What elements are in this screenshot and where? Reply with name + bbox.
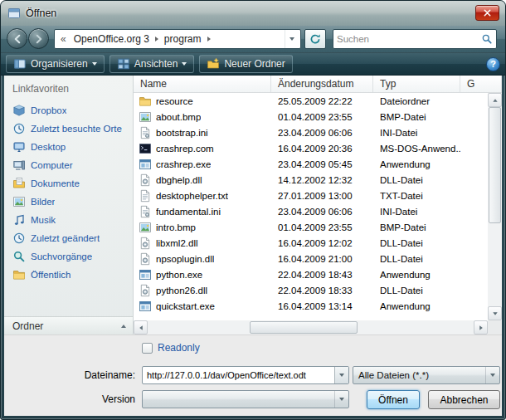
chevron-down-icon [92, 62, 97, 66]
horizontal-scroll-thumb[interactable] [250, 321, 358, 334]
sidebar-item-desktop[interactable]: Desktop [4, 138, 133, 156]
file-name: fundamental.ini [156, 207, 221, 217]
new-folder-label: Neuer Ordner [224, 58, 285, 70]
app-icon [139, 300, 152, 313]
sidebar-item-öffentlich[interactable]: Öffentlich [4, 266, 133, 284]
chevron-down-icon [490, 374, 495, 377]
scroll-right-button[interactable] [474, 320, 488, 335]
sidebar-item-musik[interactable]: Musik [4, 211, 133, 229]
column-header-type[interactable]: Typ [373, 76, 460, 92]
open-button[interactable]: Öffnen [367, 390, 420, 409]
folders-expander[interactable]: Ordner [4, 316, 133, 335]
sidebar-item-dropbox[interactable]: Dropbox [4, 101, 133, 120]
file-row[interactable]: python.exe22.04.2009 18:43Anwendung [134, 266, 488, 282]
chevron-up-icon [121, 325, 126, 328]
file-row[interactable]: libxml2.dll16.04.2009 12:02DLL-Datei [134, 235, 488, 251]
vertical-scroll-thumb[interactable] [489, 107, 501, 223]
views-label: Ansichten [134, 58, 178, 70]
filetype-dropdown-button[interactable] [485, 367, 499, 383]
file-type: DLL-Datei [373, 286, 460, 295]
organize-button[interactable]: Organisieren [6, 55, 105, 73]
filetype-select[interactable]: Alle Dateien (*.*) [353, 366, 500, 384]
sidebar-item-label: Musik [31, 215, 56, 225]
computer-icon [12, 159, 26, 172]
sidebar: Linkfavoriten DropboxZuletzt besuchte Or… [4, 76, 134, 335]
sidebar-item-bilder[interactable]: Bilder [4, 193, 133, 211]
column-header-label: Name [140, 78, 167, 90]
forward-button[interactable] [28, 28, 49, 49]
dialog-footer: Readonly Dateiname: Alle Dateien (*.*) V… [4, 335, 502, 416]
sidebar-item-suchvorgänge[interactable]: Suchvorgänge [4, 247, 133, 266]
navigation-bar: « OpenOffice.org 3 program [1, 26, 505, 52]
sidebar-item-label: Suchvorgänge [31, 252, 92, 261]
readonly-label[interactable]: Readonly [158, 342, 200, 354]
file-date: 01.04.2009 23:55 [271, 112, 373, 122]
views-button[interactable]: Ansichten [109, 55, 195, 73]
file-row[interactable]: npsoplugin.dll16.04.2009 21:00DLL-Datei [134, 251, 488, 266]
breadcrumb-bar[interactable]: « OpenOffice.org 3 program [54, 29, 301, 49]
version-dropdown-button[interactable] [334, 391, 348, 408]
file-date: 16.04.2009 20:36 [271, 144, 373, 154]
breadcrumb-overflow-chevron[interactable]: « [57, 33, 70, 45]
file-row[interactable]: crashrep.com16.04.2009 20:36MS-DOS-Anwen… [134, 140, 488, 156]
breadcrumb-separator-icon[interactable] [207, 37, 211, 42]
file-row[interactable]: resource25.05.2009 22:22Dateiordner [134, 93, 488, 109]
new-folder-button[interactable]: Neuer Ordner [199, 55, 292, 73]
sidebar-item-zuletzt-geändert[interactable]: Zuletzt geändert [4, 229, 133, 247]
close-button[interactable] [475, 5, 499, 21]
file-row[interactable]: about.bmp01.04.2009 23:55BMP-Datei [134, 109, 488, 125]
file-date: 01.04.2009 23:55 [271, 222, 373, 232]
sidebar-item-dokumente[interactable]: Dokumente [4, 174, 133, 193]
app-icon [139, 268, 152, 281]
file-type: Anwendung [373, 270, 460, 280]
version-select[interactable] [142, 390, 349, 408]
pictures-icon [12, 195, 26, 208]
search-icon[interactable] [481, 33, 493, 45]
column-header-name[interactable]: Name [134, 76, 271, 92]
file-row[interactable]: crashrep.exe23.04.2009 05:45Anwendung [134, 156, 488, 172]
arrow-right-icon [479, 325, 483, 330]
file-date: 14.12.2002 12:32 [271, 175, 373, 185]
breadcrumb-separator-icon[interactable] [155, 37, 158, 42]
scroll-left-button[interactable] [134, 320, 148, 335]
file-row[interactable]: dbghelp.dll14.12.2002 12:32DLL-Datei [134, 172, 488, 188]
search-input[interactable] [337, 34, 481, 44]
back-button[interactable] [7, 28, 27, 49]
scroll-down-button[interactable] [488, 306, 502, 320]
address-dropdown-button[interactable] [285, 30, 298, 48]
column-header-label: Typ [380, 78, 396, 90]
breadcrumb-item[interactable]: program [160, 33, 206, 45]
sidebar-item-computer[interactable]: Computer [4, 156, 133, 174]
column-headers: Name Änderungsdatum Typ G [134, 76, 502, 93]
filename-dropdown-button[interactable] [334, 367, 348, 383]
file-row[interactable]: fundamental.ini23.04.2009 06:06INI-Datei [134, 203, 488, 219]
sidebar-item-label: Dropbox [31, 105, 66, 115]
file-row[interactable]: quickstart.exe16.04.2009 13:14Anwendung [134, 298, 488, 314]
file-list: Name Änderungsdatum Typ G resource25.05.… [134, 76, 502, 335]
file-date: 16.04.2009 12:02 [271, 238, 373, 248]
dropbox-icon [12, 104, 26, 117]
scroll-up-button[interactable] [488, 93, 502, 107]
readonly-checkbox[interactable] [142, 343, 153, 354]
file-row[interactable]: python26.dll22.04.2009 18:33DLL-Datei [134, 282, 488, 298]
column-header-date[interactable]: Änderungsdatum [271, 76, 373, 92]
file-row[interactable]: bootstrap.ini23.04.2009 06:06INI-Datei [134, 125, 488, 140]
file-type: Anwendung [373, 301, 460, 311]
sidebar-item-zuletzt-besuchte-orte[interactable]: Zuletzt besuchte Orte [4, 120, 133, 138]
file-row[interactable]: intro.bmp01.04.2009 23:55BMP-Datei [134, 219, 488, 235]
sidebar-item-label: Desktop [31, 142, 66, 152]
open-file-dialog: Öffnen « OpenOffice.org 3 program [0, 0, 506, 420]
filename-input[interactable] [143, 367, 334, 383]
file-row[interactable]: desktophelper.txt27.01.2009 13:00TXT-Dat… [134, 188, 488, 203]
horizontal-scrollbar[interactable] [134, 320, 488, 335]
cancel-button[interactable]: Abbrechen [428, 390, 500, 409]
refresh-button[interactable] [304, 29, 326, 49]
folders-label: Ordner [12, 320, 43, 332]
breadcrumb-item[interactable]: OpenOffice.org 3 [70, 33, 153, 45]
column-header-size[interactable]: G [460, 76, 502, 92]
vertical-scrollbar[interactable] [488, 93, 502, 320]
file-type: TXT-Datei [373, 191, 460, 201]
public-folder-icon [12, 268, 26, 281]
help-button[interactable]: ? [486, 57, 500, 71]
filename-combobox [142, 366, 349, 384]
